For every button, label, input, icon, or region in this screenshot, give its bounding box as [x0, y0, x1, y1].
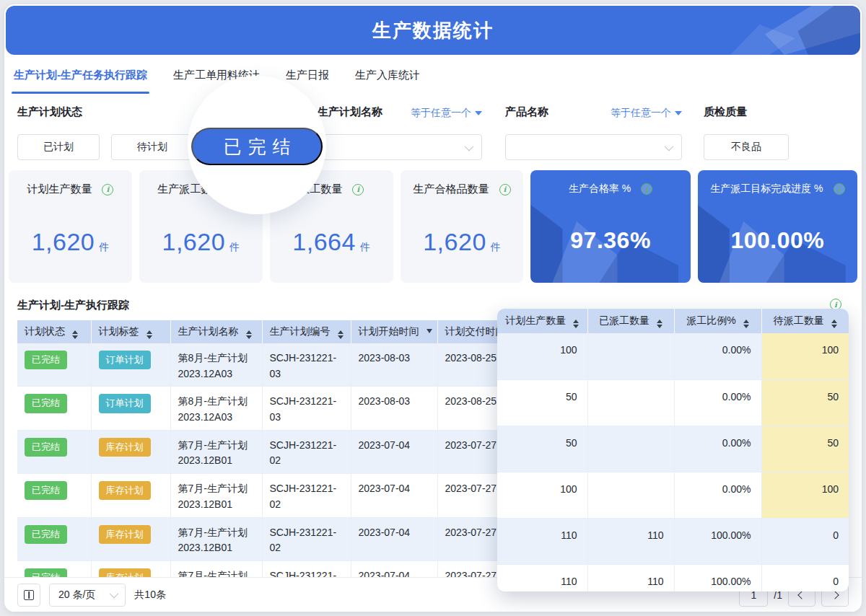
- cell-pending-qty: 100: [761, 333, 849, 379]
- info-icon[interactable]: i: [352, 184, 364, 195]
- sort-icon[interactable]: [246, 330, 252, 339]
- cell-dispatched-qty: 110: [587, 518, 674, 564]
- cell-planned-qty: 50: [497, 426, 587, 472]
- status-badge: 已完结: [25, 525, 67, 544]
- table-header: 计划生产数量已派工数量派工比例%待派工数量: [497, 309, 849, 333]
- filter-bar: 生产计划状态 已计划 待计划 已完结 生产计划名称 等于任意一个 产品名称: [17, 105, 849, 169]
- filter-plan-name: 生产计划名称 等于任意一个: [318, 105, 482, 160]
- cell-dispatch-ratio: 0.00%: [674, 426, 761, 472]
- tab-inbound-stats[interactable]: 生产入库统计: [353, 55, 422, 95]
- filter-label: 生产计划名称: [318, 105, 382, 121]
- cell-dispatched-qty: [587, 426, 674, 472]
- sort-icon[interactable]: [427, 329, 432, 333]
- table-row: 1000.00%100: [497, 472, 849, 518]
- cell-pending-qty: 50: [761, 426, 849, 472]
- column-header[interactable]: 生产计划名称: [170, 320, 262, 343]
- kpi-title: 生产派工目标完成进度 %: [710, 182, 823, 195]
- chevron-left-icon: [797, 591, 805, 599]
- cell-dispatch-ratio: 100.00%: [674, 518, 761, 564]
- cell-dispatched-qty: [587, 379, 674, 426]
- cell-plan-name: 第7月-生产计划 2023.12B01: [170, 474, 262, 517]
- cell-plan-code: SCJH-231221-02: [262, 560, 351, 577]
- sort-icon[interactable]: [573, 320, 579, 328]
- column-header[interactable]: 已派工数量: [587, 309, 674, 333]
- status-option-pending[interactable]: 待计划: [111, 134, 193, 160]
- cell-dispatched-qty: [587, 472, 674, 518]
- tag-badge: 库存计划: [99, 438, 151, 457]
- kpi-value-row: 1,620件: [149, 228, 253, 256]
- operator-dropdown[interactable]: 等于任意一个: [411, 107, 482, 120]
- kpi-card: 生产派工目标完成进度 %i100.00%: [698, 170, 857, 283]
- cell-plan-name: 第7月-生产计划 2023.12B01: [170, 517, 262, 560]
- kpi-card: 生产合格品数量i1,620件: [401, 170, 524, 283]
- kpi-card-header: 生产合格率 %i: [541, 182, 680, 195]
- tab-plan-task-tracking[interactable]: 生产计划-生产任务执行跟踪: [12, 55, 149, 95]
- total-count-text: 共10条: [134, 589, 166, 602]
- info-icon[interactable]: i: [102, 184, 113, 195]
- sort-icon[interactable]: [72, 330, 78, 339]
- dispatch-detail-table: 计划生产数量已派工数量派工比例%待派工数量 1000.00%100500.00%…: [497, 309, 849, 591]
- filter-label: 质检质量: [704, 105, 790, 121]
- cell-plan-status: 已完结: [17, 430, 91, 473]
- cell-dispatched-qty: [587, 333, 674, 379]
- cell-dispatch-ratio: 0.00%: [674, 472, 761, 518]
- status-option-planned[interactable]: 已计划: [17, 134, 100, 160]
- sort-icon[interactable]: [657, 320, 662, 328]
- sort-icon[interactable]: [146, 330, 152, 339]
- info-icon[interactable]: i: [499, 184, 511, 195]
- cell-plan-code: SCJH-231221-03: [262, 387, 351, 430]
- column-header[interactable]: 计划标签: [91, 320, 170, 343]
- kpi-card-header: 生产派工目标完成进度 %i: [708, 182, 847, 195]
- cell-plan-status: 已完结: [17, 387, 91, 430]
- sort-icon[interactable]: [831, 320, 837, 328]
- cell-dispatched-qty: 110: [587, 564, 674, 591]
- cell-plan-status: 已完结: [17, 343, 91, 387]
- column-settings-button[interactable]: [17, 584, 40, 607]
- cell-plan-name: 第7月-生产计划 2023.12B01: [170, 560, 262, 577]
- dashboard-card: 生产数据统计 生产计划-生产任务执行跟踪生产工单用料统计生产日报生产入库统计 生…: [4, 4, 862, 612]
- column-header[interactable]: 计划生产数量: [497, 309, 587, 333]
- chevron-right-icon: [831, 591, 839, 599]
- page-title: 生产数据统计: [372, 18, 494, 43]
- column-header[interactable]: 待派工数量: [761, 309, 849, 333]
- product-name-select[interactable]: [505, 134, 682, 160]
- qc-option-defective[interactable]: 不良品: [704, 134, 789, 160]
- kpi-card-row: 计划生产数量i1,620件生产派工数量i1,620件报工数量i1,664件生产合…: [9, 170, 857, 283]
- info-icon[interactable]: i: [834, 183, 845, 195]
- column-header[interactable]: 派工比例%: [674, 309, 761, 333]
- cell-plan-code: SCJH-231221-02: [262, 517, 351, 560]
- column-settings-icon: [24, 590, 34, 600]
- cell-planned-qty: 100: [497, 472, 587, 518]
- table-row: 1000.00%100: [497, 333, 849, 379]
- kpi-value-row: 100.00%: [708, 227, 847, 254]
- column-header[interactable]: 计划状态: [17, 320, 91, 343]
- cell-plan-status: 已完结: [17, 560, 91, 577]
- sort-icon[interactable]: [743, 320, 749, 328]
- cell-plan-code: SCJH-231221-02: [262, 474, 351, 517]
- plan-name-select[interactable]: [318, 134, 482, 160]
- cell-plan-name: 第8月-生产计划 2023.12A03: [170, 343, 262, 387]
- cell-plan-status: 已完结: [17, 474, 91, 517]
- cell-plan-tag: 库存计划: [91, 517, 170, 560]
- column-header[interactable]: 生产计划编号: [262, 320, 351, 343]
- cell-pending-qty: 0: [761, 518, 849, 564]
- kpi-card: 计划生产数量i1,620件: [9, 170, 132, 283]
- kpi-unit: 件: [360, 241, 370, 252]
- info-icon[interactable]: i: [641, 183, 652, 195]
- sort-icon[interactable]: [338, 330, 344, 339]
- dispatch-detail-panel: 计划生产数量已派工数量派工比例%待派工数量 1000.00%100500.00%…: [497, 309, 849, 591]
- page-size-select[interactable]: 20 条/页: [49, 584, 126, 607]
- status-option-finished-highlighted[interactable]: 已完结: [191, 128, 323, 165]
- column-header[interactable]: 计划开始时间: [351, 320, 437, 343]
- table-row: 500.00%50: [497, 426, 849, 472]
- tag-badge: 库存计划: [99, 525, 151, 544]
- cell-dispatch-ratio: 0.00%: [674, 333, 761, 379]
- chevron-down-icon: [110, 589, 119, 599]
- status-badge: 已完结: [25, 438, 67, 457]
- table-row: 500.00%50: [497, 379, 849, 426]
- filter-product-name: 产品名称 等于任意一个: [505, 105, 682, 160]
- cell-planned-qty: 100: [497, 333, 587, 379]
- kpi-value-row: 1,664件: [280, 228, 383, 256]
- operator-dropdown[interactable]: 等于任意一个: [611, 107, 682, 120]
- kpi-title: 生产合格品数量: [414, 182, 489, 196]
